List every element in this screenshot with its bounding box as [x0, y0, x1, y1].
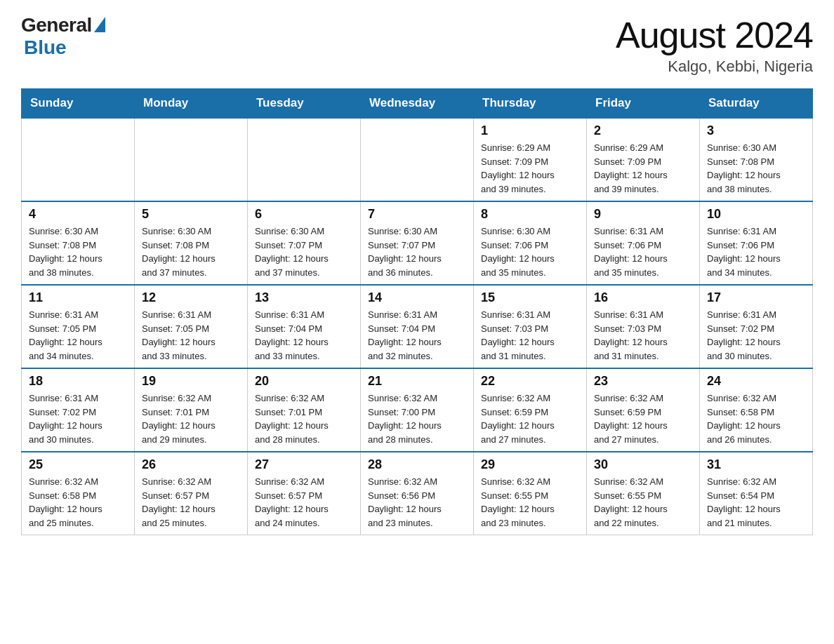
calendar-table: SundayMondayTuesdayWednesdayThursdayFrid… [21, 88, 813, 535]
day-info: Sunrise: 6:32 AMSunset: 7:01 PMDaylight:… [142, 391, 240, 446]
day-info: Sunrise: 6:31 AMSunset: 7:06 PMDaylight:… [594, 224, 692, 279]
calendar-cell [248, 118, 361, 201]
weekday-header-wednesday: Wednesday [361, 89, 474, 119]
day-number: 28 [368, 457, 466, 472]
day-number: 7 [368, 207, 466, 222]
calendar-cell: 24Sunrise: 6:32 AMSunset: 6:58 PMDayligh… [700, 368, 813, 452]
day-number: 11 [29, 290, 127, 305]
day-number: 5 [142, 207, 240, 222]
day-info: Sunrise: 6:30 AMSunset: 7:08 PMDaylight:… [707, 141, 805, 196]
location: Kalgo, Kebbi, Nigeria [616, 58, 813, 76]
page-header: General Blue August 2024 Kalgo, Kebbi, N… [21, 14, 813, 76]
calendar-cell: 12Sunrise: 6:31 AMSunset: 7:05 PMDayligh… [135, 285, 248, 368]
day-info: Sunrise: 6:32 AMSunset: 6:57 PMDaylight:… [255, 475, 353, 530]
day-info: Sunrise: 6:32 AMSunset: 6:54 PMDaylight:… [707, 475, 805, 530]
day-info: Sunrise: 6:31 AMSunset: 7:05 PMDaylight:… [29, 308, 127, 363]
logo-blue-text: Blue [24, 36, 67, 59]
calendar-cell: 6Sunrise: 6:30 AMSunset: 7:07 PMDaylight… [248, 201, 361, 285]
day-info: Sunrise: 6:32 AMSunset: 6:56 PMDaylight:… [368, 475, 466, 530]
day-info: Sunrise: 6:32 AMSunset: 6:59 PMDaylight:… [594, 391, 692, 446]
logo-triangle-icon [94, 17, 105, 32]
calendar-cell: 16Sunrise: 6:31 AMSunset: 7:03 PMDayligh… [587, 285, 700, 368]
calendar-cell: 14Sunrise: 6:31 AMSunset: 7:04 PMDayligh… [361, 285, 474, 368]
day-number: 2 [594, 123, 692, 138]
day-number: 8 [481, 207, 579, 222]
week-row-4: 18Sunrise: 6:31 AMSunset: 7:02 PMDayligh… [22, 368, 813, 452]
title-area: August 2024 Kalgo, Kebbi, Nigeria [616, 14, 813, 76]
weekday-header-friday: Friday [587, 89, 700, 119]
week-row-2: 4Sunrise: 6:30 AMSunset: 7:08 PMDaylight… [22, 201, 813, 285]
calendar-cell: 9Sunrise: 6:31 AMSunset: 7:06 PMDaylight… [587, 201, 700, 285]
day-info: Sunrise: 6:31 AMSunset: 7:02 PMDaylight:… [707, 308, 805, 363]
day-number: 21 [368, 374, 466, 389]
day-number: 23 [594, 374, 692, 389]
day-info: Sunrise: 6:30 AMSunset: 7:07 PMDaylight:… [368, 224, 466, 279]
day-number: 9 [594, 207, 692, 222]
month-title: August 2024 [616, 14, 813, 56]
logo: General Blue [21, 14, 105, 59]
day-info: Sunrise: 6:31 AMSunset: 7:04 PMDaylight:… [255, 308, 353, 363]
day-info: Sunrise: 6:31 AMSunset: 7:02 PMDaylight:… [29, 391, 127, 446]
calendar-cell: 2Sunrise: 6:29 AMSunset: 7:09 PMDaylight… [587, 118, 700, 201]
calendar-cell: 8Sunrise: 6:30 AMSunset: 7:06 PMDaylight… [474, 201, 587, 285]
day-info: Sunrise: 6:32 AMSunset: 6:58 PMDaylight:… [707, 391, 805, 446]
calendar-cell: 11Sunrise: 6:31 AMSunset: 7:05 PMDayligh… [22, 285, 135, 368]
calendar-cell: 28Sunrise: 6:32 AMSunset: 6:56 PMDayligh… [361, 452, 474, 535]
weekday-header-tuesday: Tuesday [248, 89, 361, 119]
day-number: 17 [707, 290, 805, 305]
calendar-cell: 18Sunrise: 6:31 AMSunset: 7:02 PMDayligh… [22, 368, 135, 452]
day-info: Sunrise: 6:31 AMSunset: 7:04 PMDaylight:… [368, 308, 466, 363]
day-number: 10 [707, 207, 805, 222]
day-info: Sunrise: 6:30 AMSunset: 7:06 PMDaylight:… [481, 224, 579, 279]
day-info: Sunrise: 6:32 AMSunset: 6:59 PMDaylight:… [481, 391, 579, 446]
day-info: Sunrise: 6:32 AMSunset: 7:00 PMDaylight:… [368, 391, 466, 446]
day-number: 29 [481, 457, 579, 472]
calendar-cell: 31Sunrise: 6:32 AMSunset: 6:54 PMDayligh… [700, 452, 813, 535]
calendar-cell: 21Sunrise: 6:32 AMSunset: 7:00 PMDayligh… [361, 368, 474, 452]
day-number: 3 [707, 123, 805, 138]
calendar-cell: 22Sunrise: 6:32 AMSunset: 6:59 PMDayligh… [474, 368, 587, 452]
day-info: Sunrise: 6:32 AMSunset: 6:57 PMDaylight:… [142, 475, 240, 530]
day-number: 6 [255, 207, 353, 222]
logo-general-text: General [21, 14, 92, 36]
day-number: 25 [29, 457, 127, 472]
day-info: Sunrise: 6:30 AMSunset: 7:08 PMDaylight:… [29, 224, 127, 279]
day-number: 26 [142, 457, 240, 472]
day-info: Sunrise: 6:31 AMSunset: 7:05 PMDaylight:… [142, 308, 240, 363]
calendar-cell: 30Sunrise: 6:32 AMSunset: 6:55 PMDayligh… [587, 452, 700, 535]
day-number: 1 [481, 123, 579, 138]
calendar-cell: 3Sunrise: 6:30 AMSunset: 7:08 PMDaylight… [700, 118, 813, 201]
day-number: 14 [368, 290, 466, 305]
week-row-3: 11Sunrise: 6:31 AMSunset: 7:05 PMDayligh… [22, 285, 813, 368]
day-number: 31 [707, 457, 805, 472]
day-number: 13 [255, 290, 353, 305]
day-info: Sunrise: 6:31 AMSunset: 7:06 PMDaylight:… [707, 224, 805, 279]
day-info: Sunrise: 6:29 AMSunset: 7:09 PMDaylight:… [594, 141, 692, 196]
weekday-header-monday: Monday [135, 89, 248, 119]
day-number: 12 [142, 290, 240, 305]
day-number: 24 [707, 374, 805, 389]
calendar-cell: 5Sunrise: 6:30 AMSunset: 7:08 PMDaylight… [135, 201, 248, 285]
weekday-header-thursday: Thursday [474, 89, 587, 119]
day-number: 18 [29, 374, 127, 389]
calendar-cell [22, 118, 135, 201]
day-info: Sunrise: 6:31 AMSunset: 7:03 PMDaylight:… [481, 308, 579, 363]
day-info: Sunrise: 6:32 AMSunset: 7:01 PMDaylight:… [255, 391, 353, 446]
day-number: 19 [142, 374, 240, 389]
day-info: Sunrise: 6:30 AMSunset: 7:08 PMDaylight:… [142, 224, 240, 279]
calendar-cell: 17Sunrise: 6:31 AMSunset: 7:02 PMDayligh… [700, 285, 813, 368]
day-info: Sunrise: 6:30 AMSunset: 7:07 PMDaylight:… [255, 224, 353, 279]
calendar-cell [361, 118, 474, 201]
weekday-header-row: SundayMondayTuesdayWednesdayThursdayFrid… [22, 89, 813, 119]
calendar-cell: 7Sunrise: 6:30 AMSunset: 7:07 PMDaylight… [361, 201, 474, 285]
calendar-cell: 25Sunrise: 6:32 AMSunset: 6:58 PMDayligh… [22, 452, 135, 535]
day-number: 16 [594, 290, 692, 305]
day-number: 20 [255, 374, 353, 389]
day-info: Sunrise: 6:31 AMSunset: 7:03 PMDaylight:… [594, 308, 692, 363]
week-row-5: 25Sunrise: 6:32 AMSunset: 6:58 PMDayligh… [22, 452, 813, 535]
day-info: Sunrise: 6:29 AMSunset: 7:09 PMDaylight:… [481, 141, 579, 196]
weekday-header-saturday: Saturday [700, 89, 813, 119]
calendar-cell: 20Sunrise: 6:32 AMSunset: 7:01 PMDayligh… [248, 368, 361, 452]
day-number: 22 [481, 374, 579, 389]
day-number: 27 [255, 457, 353, 472]
